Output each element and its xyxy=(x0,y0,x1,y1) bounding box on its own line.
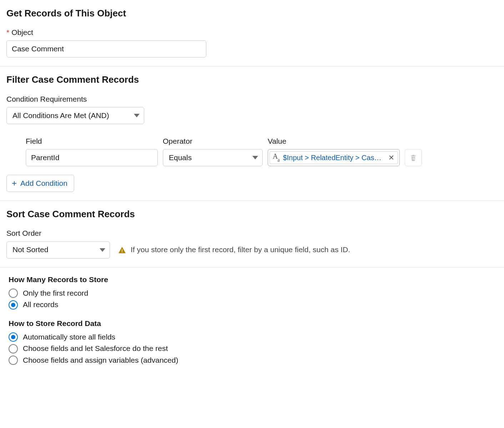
object-input-value: Case Comment xyxy=(12,44,64,54)
chevron-down-icon xyxy=(252,156,258,159)
required-asterisk: * xyxy=(6,28,9,36)
object-label: *Object xyxy=(6,27,498,37)
chevron-down-icon xyxy=(134,114,140,117)
radio-option[interactable]: Choose fields and assign variables (adva… xyxy=(9,355,498,365)
radio-label: Only the first record xyxy=(23,288,88,298)
condition-requirements-label: Condition Requirements xyxy=(6,94,498,104)
condition-value-input[interactable]: Aa $Input > RelatedEntity > Case… ✕ xyxy=(268,149,400,166)
delete-condition-button[interactable] xyxy=(405,149,422,166)
radio-option[interactable]: All records xyxy=(9,300,498,310)
chevron-down-icon xyxy=(100,248,105,252)
store-mode-title: How to Store Record Data xyxy=(9,319,498,328)
condition-requirements-select[interactable]: All Conditions Are Met (AND) xyxy=(6,107,144,124)
radio-label: Choose fields and assign variables (adva… xyxy=(23,355,178,365)
plus-icon: + xyxy=(12,179,17,188)
sort-order-label: Sort Order xyxy=(6,228,498,238)
trash-icon xyxy=(410,154,417,162)
condition-value-token[interactable]: Aa $Input > RelatedEntity > Case… ✕ xyxy=(269,151,398,164)
get-records-title: Get Records of This Object xyxy=(6,7,498,20)
add-condition-button[interactable]: + Add Condition xyxy=(6,175,74,192)
store-count-title: How Many Records to Store xyxy=(9,275,498,285)
filter-section: Filter Case Comment Records Condition Re… xyxy=(0,66,504,200)
radio-icon xyxy=(9,332,18,342)
store-options-section: How Many Records to Store Only the first… xyxy=(0,268,504,375)
object-input[interactable]: Case Comment xyxy=(6,40,206,57)
radio-option[interactable]: Choose fields and let Salesforce do the … xyxy=(9,343,498,353)
get-records-section: Get Records of This Object *Object Case … xyxy=(0,0,504,66)
close-icon[interactable]: ✕ xyxy=(388,154,395,161)
text-type-icon: Aa xyxy=(273,153,280,162)
sort-title: Sort Case Comment Records xyxy=(6,208,498,220)
radio-icon xyxy=(9,344,18,353)
radio-icon xyxy=(9,289,18,298)
radio-label: All records xyxy=(23,300,58,310)
warning-icon xyxy=(119,247,126,253)
condition-requirements-value: All Conditions Are Met (AND) xyxy=(12,111,109,121)
radio-icon xyxy=(9,356,18,365)
radio-option[interactable]: Automatically store all fields xyxy=(9,332,498,342)
sort-section: Sort Case Comment Records Sort Order Not… xyxy=(0,201,504,267)
sort-hint-text: If you store only the first record, filt… xyxy=(131,245,350,255)
radio-option[interactable]: Only the first record xyxy=(9,288,498,298)
radio-label: Choose fields and let Salesforce do the … xyxy=(23,343,168,353)
condition-value-token-text: $Input > RelatedEntity > Case… xyxy=(283,153,385,163)
condition-field-input[interactable]: ParentId xyxy=(26,149,158,166)
condition-operator-select[interactable]: Equals xyxy=(163,149,263,166)
condition-field-label: Field xyxy=(26,136,158,146)
condition-operator-label: Operator xyxy=(163,136,263,146)
add-condition-label: Add Condition xyxy=(20,179,67,188)
sort-order-select[interactable]: Not Sorted xyxy=(6,241,110,259)
condition-field-value: ParentId xyxy=(31,153,59,163)
sort-hint: If you store only the first record, filt… xyxy=(119,245,350,255)
condition-value-label: Value xyxy=(268,136,400,146)
radio-icon xyxy=(9,300,18,310)
radio-label: Automatically store all fields xyxy=(23,332,115,342)
sort-order-value: Not Sorted xyxy=(12,245,48,255)
condition-operator-value: Equals xyxy=(169,153,192,163)
filter-title: Filter Case Comment Records xyxy=(6,73,498,86)
condition-row: Field ParentId Operator Equals Value Aa … xyxy=(6,136,498,166)
